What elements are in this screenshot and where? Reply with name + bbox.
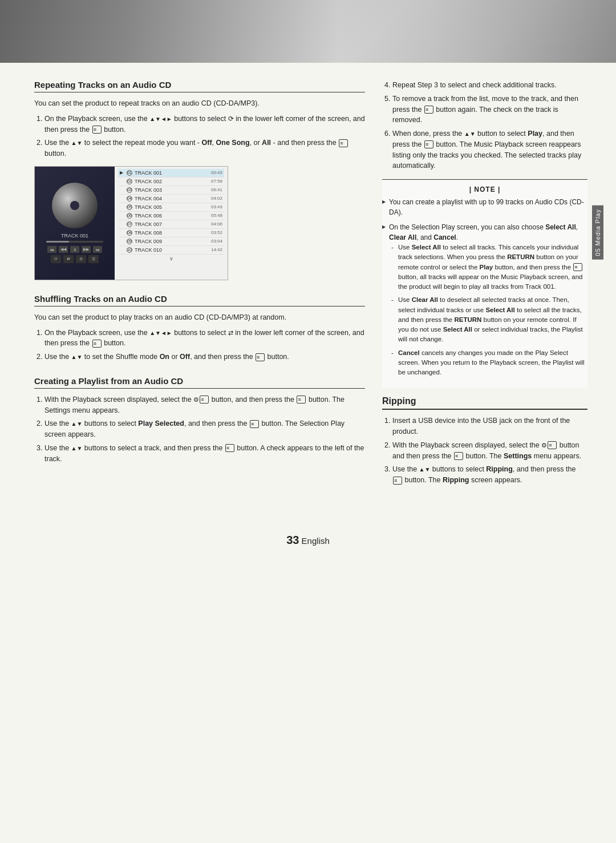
chapter-label: Media Play — [594, 209, 601, 245]
section-ripping-title: Ripping — [382, 396, 587, 410]
playlist-step-3: Use the ▲▼ buttons to select a track, an… — [44, 443, 365, 465]
cd-shuffle-btn[interactable]: ⇄ — [63, 255, 74, 263]
track-row: ▶01TRACK 00100:43 — [118, 169, 224, 178]
track-row: 08TRACK 00803:52 — [118, 229, 224, 237]
section-playlist: Creating a Playlist from an Audio CD Wit… — [34, 376, 365, 465]
track-circle: 02 — [127, 179, 132, 184]
section-shuffling-intro: You can set the product to play tracks o… — [34, 312, 365, 323]
track-circle: 07 — [127, 221, 132, 227]
track-row: 02TRACK 00207:58 — [118, 178, 224, 186]
track-name: TRACK 010 — [135, 247, 209, 253]
playlist-step-5: To remove a track from the list, move to… — [392, 94, 587, 126]
section-shuffling-title: Shuffling Tracks on an Audio CD — [34, 294, 365, 306]
note-sub-1: Use Select All to select all tracks. Thi… — [389, 243, 587, 292]
track-time: 03:52 — [211, 230, 222, 235]
cd-controls: ⏮ ◀◀ ⏸ ▶▶ ⏭ — [47, 246, 102, 253]
playlist-step-1: With the Playback screen displayed, sele… — [44, 394, 365, 416]
track-time: 00:43 — [211, 170, 222, 175]
section-playlist-title: Creating a Playlist from an Audio CD — [34, 376, 365, 389]
cd-player-image: TRACK 001 ⏮ ◀◀ ⏸ ▶▶ ⏭ ⟳ ⇄ ⚙ — [34, 166, 228, 280]
track-name: TRACK 009 — [135, 239, 209, 244]
track-row: 03TRACK 00306:41 — [118, 186, 224, 195]
cd-pause-btn[interactable]: ⏸ — [70, 246, 79, 253]
cd-rew-btn[interactable]: ◀◀ — [59, 246, 68, 253]
section-repeating-title: Repeating Tracks on an Audio CD — [34, 80, 365, 92]
cd-ff-btn[interactable]: ▶▶ — [82, 246, 91, 253]
note-sub-3: Cancel cancels any changes you made on t… — [389, 348, 587, 378]
ripping-steps: Insert a USB device into the USB jack on… — [382, 416, 587, 486]
track-circle: 10 — [127, 247, 132, 253]
track-time: 04:06 — [211, 221, 222, 227]
cd-disc — [52, 183, 98, 228]
ripping-step-1: Insert a USB device into the USB jack on… — [392, 416, 587, 437]
note-item-1: You can create a playlist with up to 99 … — [382, 197, 587, 217]
track-row: 05TRACK 00503:43 — [118, 203, 224, 212]
track-name: TRACK 005 — [135, 204, 209, 210]
main-content: Repeating Tracks on an Audio CD You can … — [0, 63, 616, 522]
page-number: 33 — [286, 534, 299, 546]
cd-progress-bar — [46, 241, 103, 243]
track-name: TRACK 007 — [135, 221, 209, 227]
track-time: 05:48 — [211, 213, 222, 218]
ripping-step-3: Use the ▲▼ buttons to select Ripping, an… — [392, 464, 587, 486]
track-name: TRACK 003 — [135, 187, 209, 193]
right-column: Repeat Step 3 to select and check additi… — [382, 80, 587, 499]
track-name: TRACK 008 — [135, 230, 209, 236]
repeating-step-2: Use the ▲▼ to select the repeat mode you… — [44, 138, 365, 159]
track-row-more: ∨ — [118, 255, 224, 263]
playlist-step-2: Use the ▲▼ buttons to select Play Select… — [44, 418, 365, 440]
cd-progress-fill — [46, 241, 69, 243]
playlist-step-6: When done, press the ▲▼ button to select… — [392, 128, 587, 171]
note-sub-2: Use Clear All to deselect all selected t… — [389, 295, 587, 344]
shuffling-step-2: Use the ▲▼ to set the Shuffle mode On or… — [44, 352, 365, 362]
track-row: 10TRACK 01014:42 — [118, 246, 224, 255]
cd-prev-btn[interactable]: ⏮ — [47, 246, 56, 253]
cd-settings-btn[interactable]: ⚙ — [76, 255, 86, 263]
section-repeating: Repeating Tracks on an Audio CD You can … — [34, 80, 365, 280]
track-play-icon: ▶ — [120, 170, 124, 175]
left-column: Repeating Tracks on an Audio CD You can … — [34, 80, 365, 499]
cd-player-left: TRACK 001 ⏮ ◀◀ ⏸ ▶▶ ⏭ ⟳ ⇄ ⚙ — [35, 167, 115, 280]
track-time: 14:42 — [211, 247, 222, 252]
ripping-step-2: With the Playback screen displayed, sele… — [392, 440, 587, 462]
track-time: 07:58 — [211, 179, 222, 184]
track-time: 03:43 — [211, 204, 222, 209]
track-row: 07TRACK 00704:06 — [118, 220, 224, 229]
track-time: 06:41 — [211, 187, 222, 192]
shuffling-step-1: On the Playback screen, use the ▲▼◄► but… — [44, 328, 365, 349]
cd-extra-btns: ⟳ ⇄ ⚙ ☰ — [51, 255, 99, 263]
track-circle: 03 — [127, 187, 132, 193]
section-repeating-intro: You can set the product to repeat tracks… — [34, 98, 365, 109]
section-shuffling: Shuffling Tracks on an Audio CD You can … — [34, 294, 365, 362]
track-name: TRACK 004 — [135, 196, 209, 201]
playlist-steps-cont: Repeat Step 3 to select and check additi… — [382, 80, 587, 171]
shuffling-steps: On the Playback screen, use the ▲▼◄► but… — [34, 328, 365, 362]
track-time: 03:04 — [211, 239, 222, 244]
playlist-step-4: Repeat Step 3 to select and check additi… — [392, 80, 587, 91]
page-footer: 33 English — [0, 522, 616, 564]
track-circle: 08 — [127, 230, 132, 236]
note-title: | NOTE | — [382, 185, 587, 193]
cd-repeat-btn[interactable]: ⟳ — [51, 255, 61, 263]
track-row: 04TRACK 00404:02 — [118, 195, 224, 203]
track-row: 09TRACK 00903:04 — [118, 237, 224, 246]
track-name: TRACK 001 — [135, 170, 209, 176]
cd-track-label: TRACK 001 — [61, 233, 88, 239]
cd-track-list: ▶01TRACK 00100:4302TRACK 00207:5803TRACK… — [115, 167, 228, 280]
cd-next-btn[interactable]: ⏭ — [93, 246, 102, 253]
note-item-2: On the Selection Play screen, you can al… — [382, 222, 587, 377]
note-block: | NOTE | You can create a playlist with … — [382, 179, 587, 388]
repeating-steps: On the Playback screen, use the ▲▼◄► but… — [34, 114, 365, 159]
header-banner — [0, 0, 616, 63]
track-circle: 09 — [127, 239, 132, 244]
track-row: 06TRACK 00605:48 — [118, 212, 224, 220]
chapter-number: 05 — [594, 248, 601, 256]
track-name: TRACK 006 — [135, 213, 209, 219]
page-lang: English — [302, 536, 330, 546]
cd-list-btn[interactable]: ☰ — [88, 255, 99, 263]
repeating-step-1: On the Playback screen, use the ▲▼◄► but… — [44, 114, 365, 135]
track-time: 04:02 — [211, 196, 222, 201]
track-circle: 05 — [127, 204, 132, 210]
track-circle: 01 — [127, 170, 132, 176]
playlist-steps: With the Playback screen displayed, sele… — [34, 394, 365, 465]
